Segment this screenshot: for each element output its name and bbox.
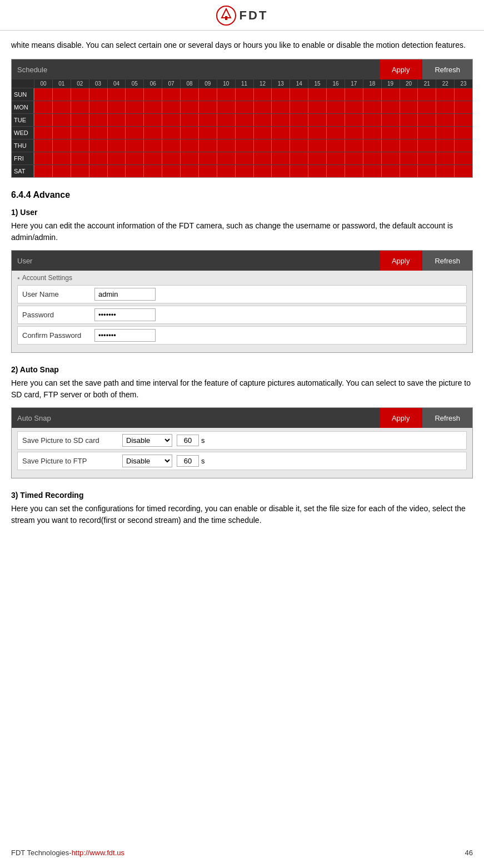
cell-mon-0[interactable] xyxy=(34,101,52,113)
autosnap-select-1[interactable]: Disable xyxy=(122,455,172,467)
cell-sun-16[interactable] xyxy=(326,88,345,101)
cell-tue-21[interactable] xyxy=(417,114,436,126)
cell-sun-11[interactable] xyxy=(235,88,253,101)
cell-thu-20[interactable] xyxy=(400,139,418,152)
cell-tue-15[interactable] xyxy=(308,114,326,126)
cell-fri-10[interactable] xyxy=(217,152,235,164)
cell-thu-18[interactable] xyxy=(363,139,381,152)
cell-wed-3[interactable] xyxy=(89,127,107,139)
form-input-1[interactable] xyxy=(94,308,156,321)
cell-mon-12[interactable] xyxy=(253,101,272,113)
cell-tue-6[interactable] xyxy=(143,114,162,126)
cell-sat-21[interactable] xyxy=(417,165,436,177)
cell-thu-12[interactable] xyxy=(253,139,272,152)
cell-mon-9[interactable] xyxy=(198,101,217,113)
cell-sat-16[interactable] xyxy=(326,165,345,177)
cell-sat-8[interactable] xyxy=(180,165,198,177)
cell-thu-17[interactable] xyxy=(345,139,363,152)
cell-sun-23[interactable] xyxy=(454,88,472,101)
cell-sun-17[interactable] xyxy=(345,88,363,101)
cell-wed-6[interactable] xyxy=(143,127,162,139)
cell-wed-22[interactable] xyxy=(436,127,454,139)
cell-fri-15[interactable] xyxy=(308,152,326,164)
cell-wed-13[interactable] xyxy=(271,127,290,139)
cell-fri-9[interactable] xyxy=(198,152,217,164)
cell-wed-20[interactable] xyxy=(400,127,418,139)
cell-wed-0[interactable] xyxy=(34,127,52,139)
cell-thu-19[interactable] xyxy=(381,139,400,152)
cell-thu-1[interactable] xyxy=(52,139,71,152)
cell-mon-3[interactable] xyxy=(89,101,107,113)
cell-mon-10[interactable] xyxy=(217,101,235,113)
cell-wed-14[interactable] xyxy=(290,127,308,139)
cell-sun-12[interactable] xyxy=(253,88,272,101)
schedule-refresh-button[interactable]: Refresh xyxy=(422,59,472,79)
cell-thu-22[interactable] xyxy=(436,139,454,152)
cell-sun-0[interactable] xyxy=(34,88,52,101)
cell-sun-10[interactable] xyxy=(217,88,235,101)
cell-tue-14[interactable] xyxy=(290,114,308,126)
cell-sun-8[interactable] xyxy=(180,88,198,101)
cell-tue-7[interactable] xyxy=(162,114,180,126)
cell-sat-7[interactable] xyxy=(162,165,180,177)
cell-wed-9[interactable] xyxy=(198,127,217,139)
cell-tue-22[interactable] xyxy=(436,114,454,126)
cell-thu-14[interactable] xyxy=(290,139,308,152)
cell-sat-12[interactable] xyxy=(253,165,272,177)
cell-thu-10[interactable] xyxy=(217,139,235,152)
cell-thu-23[interactable] xyxy=(454,139,472,152)
cell-fri-19[interactable] xyxy=(381,152,400,164)
cell-mon-5[interactable] xyxy=(125,101,143,113)
cell-wed-19[interactable] xyxy=(381,127,400,139)
autosnap-apply-button[interactable]: Apply xyxy=(380,408,422,428)
cell-mon-2[interactable] xyxy=(71,101,89,113)
cell-sun-15[interactable] xyxy=(308,88,326,101)
cell-mon-23[interactable] xyxy=(454,101,472,113)
cell-thu-11[interactable] xyxy=(235,139,253,152)
form-input-0[interactable] xyxy=(94,288,156,301)
cell-mon-21[interactable] xyxy=(417,101,436,113)
cell-wed-2[interactable] xyxy=(71,127,89,139)
cell-sun-9[interactable] xyxy=(198,88,217,101)
cell-mon-20[interactable] xyxy=(400,101,418,113)
cell-sat-15[interactable] xyxy=(308,165,326,177)
cell-mon-17[interactable] xyxy=(345,101,363,113)
cell-sat-17[interactable] xyxy=(345,165,363,177)
cell-thu-6[interactable] xyxy=(143,139,162,152)
cell-thu-21[interactable] xyxy=(417,139,436,152)
cell-tue-10[interactable] xyxy=(217,114,235,126)
cell-wed-8[interactable] xyxy=(180,127,198,139)
cell-tue-23[interactable] xyxy=(454,114,472,126)
cell-tue-19[interactable] xyxy=(381,114,400,126)
cell-sat-19[interactable] xyxy=(381,165,400,177)
cell-wed-18[interactable] xyxy=(363,127,381,139)
cell-sun-4[interactable] xyxy=(107,88,126,101)
cell-fri-20[interactable] xyxy=(400,152,418,164)
schedule-row-mon[interactable]: MON xyxy=(12,101,472,113)
cell-sat-10[interactable] xyxy=(217,165,235,177)
cell-fri-0[interactable] xyxy=(34,152,52,164)
schedule-row-sat[interactable]: SAT xyxy=(12,164,472,177)
cell-wed-10[interactable] xyxy=(217,127,235,139)
cell-sun-1[interactable] xyxy=(52,88,71,101)
cell-sat-14[interactable] xyxy=(290,165,308,177)
cell-sun-20[interactable] xyxy=(400,88,418,101)
autosnap-interval-1[interactable] xyxy=(177,455,199,467)
cell-fri-1[interactable] xyxy=(52,152,71,164)
cell-mon-7[interactable] xyxy=(162,101,180,113)
schedule-row-fri[interactable]: FRI xyxy=(12,152,472,164)
cell-fri-16[interactable] xyxy=(326,152,345,164)
cell-fri-17[interactable] xyxy=(345,152,363,164)
schedule-row-thu[interactable]: THU xyxy=(12,139,472,152)
cell-mon-14[interactable] xyxy=(290,101,308,113)
cell-sun-19[interactable] xyxy=(381,88,400,101)
cell-thu-3[interactable] xyxy=(89,139,107,152)
cell-fri-5[interactable] xyxy=(125,152,143,164)
cell-thu-8[interactable] xyxy=(180,139,198,152)
cell-wed-21[interactable] xyxy=(417,127,436,139)
cell-mon-18[interactable] xyxy=(363,101,381,113)
cell-thu-13[interactable] xyxy=(271,139,290,152)
cell-fri-23[interactable] xyxy=(454,152,472,164)
cell-mon-11[interactable] xyxy=(235,101,253,113)
cell-mon-15[interactable] xyxy=(308,101,326,113)
